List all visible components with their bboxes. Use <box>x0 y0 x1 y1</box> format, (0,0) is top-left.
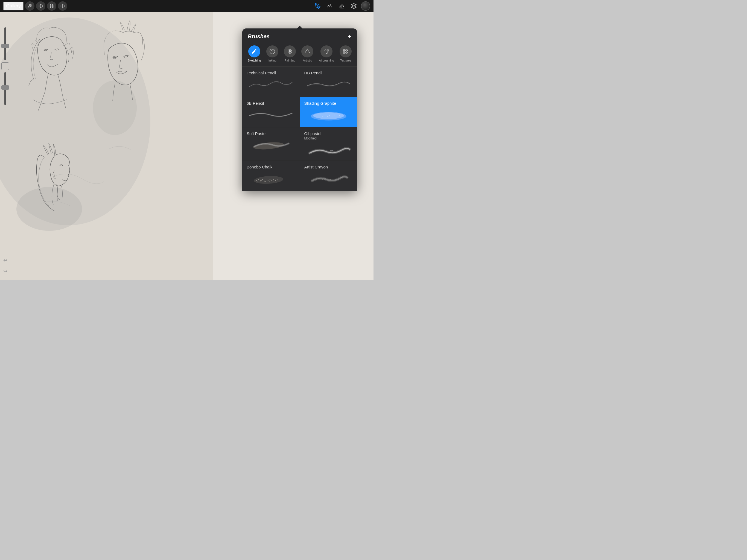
brush-bonobo-chalk[interactable]: Bonobo Chalk <box>242 161 300 191</box>
svg-rect-19 <box>345 51 346 52</box>
svg-rect-16 <box>345 49 346 51</box>
svg-point-14 <box>328 50 329 51</box>
svg-rect-23 <box>347 53 349 54</box>
gallery-button[interactable]: Gallery <box>3 2 24 10</box>
svg-point-26 <box>317 116 318 116</box>
svg-point-8 <box>17 187 82 231</box>
brush-6b-pencil[interactable]: 6B Pencil <box>242 97 300 127</box>
sketch-artwork <box>0 12 213 280</box>
eraser-tool-btn[interactable] <box>337 1 347 11</box>
opacity-thumb[interactable] <box>1 85 9 90</box>
svg-point-53 <box>269 181 270 182</box>
inking-label: Inking <box>268 59 277 62</box>
brush-soft-pastel[interactable]: Soft Pastel <box>242 127 300 160</box>
canvas-area[interactable]: ↩ ↪ Brushes + Sketching Inking <box>0 12 374 280</box>
svg-point-32 <box>332 116 332 116</box>
brush-stroke-hb-pencil <box>304 77 353 91</box>
svg-point-31 <box>330 115 330 116</box>
painting-label: Painting <box>284 59 295 62</box>
opacity-slider[interactable] <box>4 72 6 105</box>
brush-name: HB Pencil <box>304 71 323 75</box>
brush-stroke-6b-pencil <box>247 107 295 121</box>
brush-name: Soft Pastel <box>247 131 266 136</box>
svg-point-4 <box>317 5 318 6</box>
svg-rect-17 <box>347 49 349 51</box>
brush-stroke-technical-pencil <box>247 77 295 91</box>
redo-button[interactable]: ↪ <box>1 267 9 276</box>
sketching-label: Sketching <box>248 59 261 62</box>
svg-point-39 <box>258 179 259 180</box>
svg-point-34 <box>337 116 337 116</box>
svg-point-51 <box>261 180 262 181</box>
tab-inking[interactable]: Inking <box>265 44 280 63</box>
smudge-tool-btn[interactable] <box>325 1 335 11</box>
inking-icon <box>266 45 278 57</box>
brush-hb-pencil[interactable]: HB Pencil <box>300 67 357 97</box>
brush-name: Shading Graphite <box>304 101 336 105</box>
tab-airbrushing[interactable]: Airbrushing <box>317 44 336 63</box>
brush-technical-pencil[interactable]: Technical Pencil <box>242 67 300 97</box>
svg-point-45 <box>269 179 271 180</box>
selection-button[interactable] <box>47 1 56 11</box>
airbrushing-label: Airbrushing <box>319 59 334 62</box>
brush-oil-pastel[interactable]: Oil pastel Modified <box>300 127 357 160</box>
svg-point-49 <box>277 180 278 180</box>
svg-marker-5 <box>351 4 356 6</box>
brush-stroke-oil-pastel <box>304 143 353 157</box>
painting-icon <box>284 45 296 57</box>
svg-point-42 <box>264 181 265 182</box>
undo-button[interactable]: ↩ <box>1 256 9 265</box>
brush-grid: Technical Pencil HB Pencil <box>242 67 357 191</box>
brush-modified-label: Modified <box>304 136 317 140</box>
wrench-button[interactable] <box>25 1 34 11</box>
category-tabs: Sketching Inking Painting <box>242 43 357 67</box>
topbar: Gallery <box>0 0 374 12</box>
svg-point-27 <box>320 114 320 115</box>
svg-point-13 <box>328 51 329 51</box>
tab-painting[interactable]: Painting <box>282 44 298 63</box>
brush-stroke-artist-crayon <box>304 171 353 185</box>
svg-point-9 <box>93 80 137 135</box>
brush-size-thumb[interactable] <box>1 44 9 48</box>
color-swatch[interactable] <box>1 62 9 70</box>
textures-icon <box>340 45 352 57</box>
svg-rect-22 <box>345 53 346 54</box>
brushes-add-button[interactable]: + <box>347 33 352 40</box>
svg-point-30 <box>327 117 328 117</box>
artistic-icon <box>301 45 313 57</box>
svg-point-11 <box>289 50 291 52</box>
brush-stroke-shading-graphite <box>304 107 353 121</box>
svg-point-50 <box>258 181 258 182</box>
svg-point-43 <box>266 180 266 180</box>
brush-stroke-bonobo-chalk <box>247 171 295 185</box>
svg-rect-21 <box>343 53 345 54</box>
brush-name: Oil pastel <box>304 131 321 136</box>
svg-point-52 <box>265 181 266 182</box>
avatar[interactable] <box>361 1 370 11</box>
brush-artist-crayon[interactable]: Artist Crayon <box>300 161 357 191</box>
brush-size-slider[interactable] <box>4 27 6 60</box>
layers-tool-btn[interactable] <box>349 1 359 11</box>
transform-button[interactable] <box>36 1 45 11</box>
svg-point-40 <box>260 180 261 181</box>
brushes-title: Brushes <box>248 33 269 40</box>
svg-rect-15 <box>343 49 345 51</box>
svg-rect-18 <box>343 51 345 52</box>
tool-selection <box>313 1 370 11</box>
tab-sketching[interactable]: Sketching <box>246 44 262 63</box>
panel-caret <box>297 26 303 29</box>
brush-shading-graphite[interactable]: Shading Graphite <box>300 97 357 127</box>
pencil-tool-btn[interactable] <box>313 1 323 11</box>
brush-name: Artist Crayon <box>304 164 328 169</box>
svg-point-29 <box>325 115 325 116</box>
move-button[interactable] <box>58 1 67 11</box>
svg-point-35 <box>339 115 339 116</box>
svg-point-33 <box>334 115 335 116</box>
svg-point-44 <box>268 180 269 182</box>
brushes-panel-header: Brushes + <box>242 28 357 43</box>
svg-point-46 <box>271 180 272 181</box>
brush-stroke-soft-pastel <box>247 137 295 152</box>
textures-label: Textures <box>340 59 351 62</box>
tab-artistic[interactable]: Artistic <box>300 44 315 63</box>
tab-textures[interactable]: Textures <box>338 44 353 63</box>
